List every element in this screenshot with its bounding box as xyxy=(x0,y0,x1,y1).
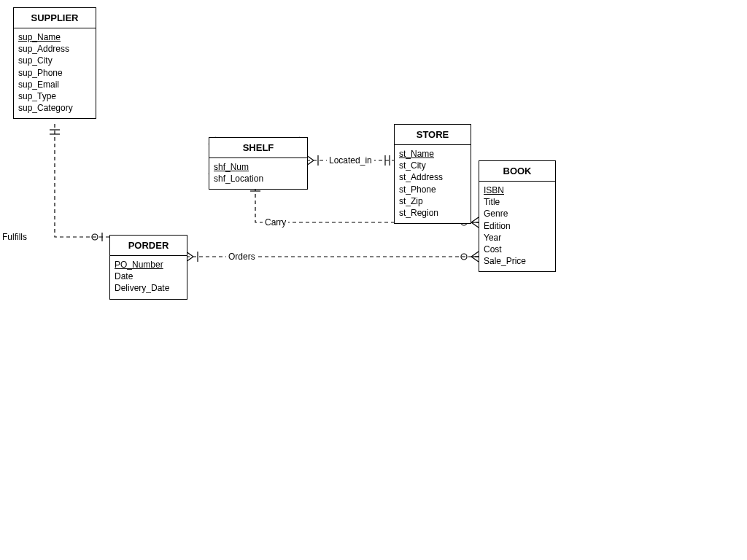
attr: sup_Address xyxy=(18,43,91,55)
attr: sup_Email xyxy=(18,79,91,90)
svg-line-13 xyxy=(471,222,479,228)
attr: st_City xyxy=(399,160,466,171)
attr: sup_Type xyxy=(18,90,91,102)
attr: ISBN xyxy=(484,184,551,196)
entity-attrs: st_Name st_City st_Address st_Phone st_Z… xyxy=(395,145,471,223)
svg-line-12 xyxy=(471,217,479,222)
entity-title: STORE xyxy=(395,125,471,145)
attr: PO_Number xyxy=(115,259,182,271)
attr: st_Region xyxy=(399,207,466,219)
rel-label-carry: Carry xyxy=(263,217,288,228)
attr: shf_Location xyxy=(214,173,303,184)
entity-store: STORE st_Name st_City st_Address st_Phon… xyxy=(394,124,471,224)
attr: sup_Category xyxy=(18,102,91,114)
svg-point-2 xyxy=(92,234,98,240)
entity-attrs: sup_Name sup_Address sup_City sup_Phone … xyxy=(14,28,96,118)
attr: sup_Phone xyxy=(18,67,91,79)
entity-porder: PORDER PO_Number Date Delivery_Date xyxy=(109,235,187,300)
rel-label-orders: Orders xyxy=(226,252,258,262)
attr: st_Zip xyxy=(399,195,466,207)
attr: Delivery_Date xyxy=(115,282,182,294)
attr: st_Address xyxy=(399,171,466,183)
attr: st_Name xyxy=(399,148,466,160)
svg-line-19 xyxy=(471,252,479,257)
svg-point-18 xyxy=(461,254,467,260)
attr: Genre xyxy=(484,208,551,219)
attr: sup_Name xyxy=(18,31,91,43)
attr: sup_City xyxy=(18,55,91,66)
attr: Date xyxy=(115,271,182,282)
rel-label-located-in: Located_in xyxy=(327,155,374,166)
attr: Year xyxy=(484,232,551,244)
entity-attrs: ISBN Title Genre Edition Year Cost Sale_… xyxy=(479,182,555,271)
entity-book: BOOK ISBN Title Genre Edition Year Cost … xyxy=(479,160,556,272)
attr: Cost xyxy=(484,244,551,255)
attr: shf_Num xyxy=(214,161,303,173)
entity-attrs: shf_Num shf_Location xyxy=(209,158,307,189)
entity-title: PORDER xyxy=(110,236,187,256)
svg-line-20 xyxy=(471,257,479,262)
attr: Edition xyxy=(484,220,551,232)
entity-title: SHELF xyxy=(209,138,307,158)
entity-title: BOOK xyxy=(479,161,555,182)
entity-shelf: SHELF shf_Num shf_Location xyxy=(209,137,308,190)
entity-attrs: PO_Number Date Delivery_Date xyxy=(110,256,187,299)
entity-supplier: SUPPLIER sup_Name sup_Address sup_City s… xyxy=(13,7,96,119)
entity-title: SUPPLIER xyxy=(14,8,96,28)
attr: Title xyxy=(484,196,551,208)
rel-label-fulfills: Fulfills xyxy=(0,232,29,242)
attr: st_Phone xyxy=(399,184,466,195)
attr: Sale_Price xyxy=(484,255,551,267)
